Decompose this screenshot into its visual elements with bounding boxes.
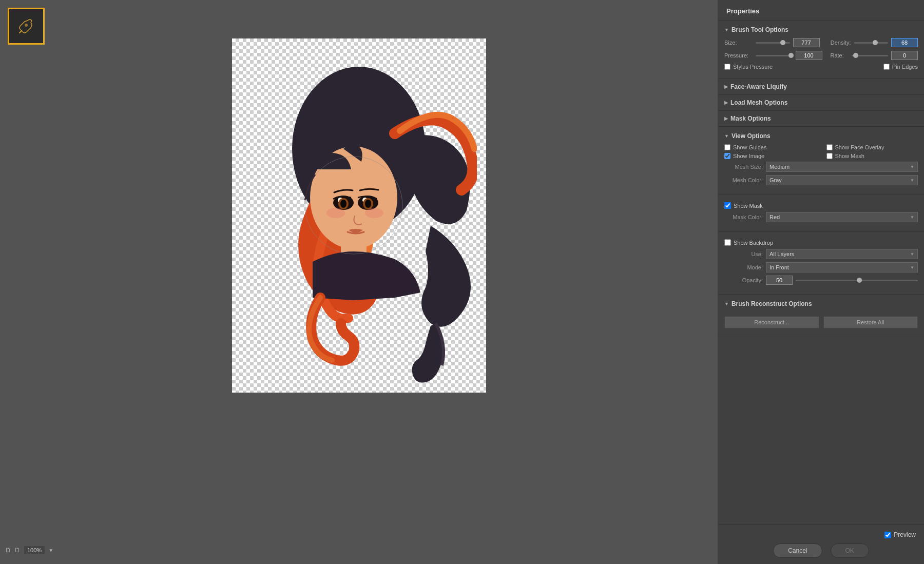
- density-slider-track[interactable]: [854, 42, 889, 44]
- pin-edges-checkbox[interactable]: [883, 64, 890, 70]
- artwork: [232, 38, 486, 393]
- mesh-color-select[interactable]: Red Green Blue Gray White Black: [766, 175, 918, 185]
- reconstruct-button[interactable]: Reconstruct...: [724, 316, 819, 328]
- pressure-slider-track[interactable]: [756, 55, 793, 56]
- properties-panel: Properties ▼ Brush Tool Options Size:: [718, 0, 924, 564]
- use-select[interactable]: All Layers Selected Layer: [766, 249, 918, 259]
- pressure-slider-thumb[interactable]: [788, 53, 794, 58]
- stylus-pressure-label: Stylus Pressure: [733, 64, 773, 70]
- svg-point-15: [365, 208, 383, 218]
- mode-select-wrapper: In Front Behind: [766, 262, 918, 273]
- mask-color-select[interactable]: Red Green Blue Gray White Black: [766, 212, 918, 222]
- svg-point-13: [365, 200, 371, 208]
- doc-icon-1: 🗋: [5, 547, 11, 554]
- brush-tool-expand-icon: ▼: [724, 27, 729, 32]
- canvas-area: 🗋 🗋 100% ▼: [0, 0, 718, 564]
- brush-tool-options-label: Brush Tool Options: [732, 26, 788, 33]
- mode-row: Mode: In Front Behind: [724, 262, 918, 273]
- brush-tool-options-header[interactable]: ▼ Brush Tool Options: [724, 25, 918, 35]
- show-face-overlay-label: Show Face Overlay: [835, 144, 884, 150]
- mesh-size-select[interactable]: Small Medium Large: [766, 162, 918, 172]
- show-mask-checkbox[interactable]: [724, 202, 731, 209]
- tool-icon[interactable]: [8, 8, 45, 45]
- pressure-label: Pressure:: [724, 52, 753, 59]
- mask-color-row: Mask Color: Red Green Blue Gray White Bl…: [724, 212, 918, 222]
- mask-options-expand-icon: ▶: [724, 116, 728, 121]
- mesh-color-label: Mesh Color:: [724, 177, 763, 183]
- mesh-size-row: Mesh Size: Small Medium Large: [724, 162, 918, 172]
- brush-reconstruct-header[interactable]: ▼ Brush Reconstruct Options: [724, 299, 918, 309]
- canvas-wrapper: [232, 38, 486, 393]
- size-label: Size:: [724, 40, 753, 46]
- preview-checkbox[interactable]: [884, 532, 891, 538]
- show-image-checkbox[interactable]: [724, 153, 730, 159]
- mesh-color-select-wrapper: Red Green Blue Gray White Black: [766, 175, 918, 185]
- show-mask-section: Show Mask Mask Color: Red Green Blue Gra…: [718, 195, 924, 232]
- show-guides-label: Show Guides: [733, 144, 766, 150]
- load-mesh-header[interactable]: ▶ Load Mesh Options: [724, 99, 918, 106]
- view-options-expand-icon: ▼: [724, 133, 729, 139]
- face-aware-header[interactable]: ▶ Face-Aware Liquify: [724, 83, 918, 90]
- zoom-display[interactable]: 100%: [24, 546, 45, 555]
- guides-faceoverlay-row: Show Guides Show Face Overlay: [724, 144, 918, 150]
- opacity-row: Opacity:: [724, 276, 918, 285]
- brush-tool-options-section: ▼ Brush Tool Options Size: Density:: [718, 21, 924, 79]
- mask-color-select-wrapper: Red Green Blue Gray White Black: [766, 212, 918, 222]
- view-options-header[interactable]: ▼ View Options: [724, 131, 918, 141]
- face-aware-label: Face-Aware Liquify: [730, 83, 787, 90]
- show-guides-checkbox[interactable]: [724, 144, 730, 150]
- show-backdrop-row: Show Backdrop: [724, 239, 918, 246]
- main-layout: 🗋 🗋 100% ▼ Properties ▼ Brush Tool Optio…: [0, 0, 924, 564]
- opacity-slider-thumb[interactable]: [857, 278, 862, 283]
- stylus-pressure-checkbox[interactable]: [724, 64, 730, 70]
- bottom-bar: 🗋 🗋 100% ▼: [5, 546, 53, 555]
- ok-button[interactable]: OK: [831, 543, 869, 558]
- pressure-input[interactable]: [796, 51, 822, 60]
- svg-point-12: [340, 200, 346, 208]
- opacity-slider-track[interactable]: [796, 280, 918, 281]
- mesh-color-row: Mesh Color: Red Green Blue Gray White Bl…: [724, 175, 918, 185]
- svg-point-0: [25, 24, 28, 27]
- load-mesh-section: ▶ Load Mesh Options: [718, 95, 924, 111]
- show-image-label: Show Image: [733, 153, 764, 159]
- show-guides-row: Show Guides: [724, 144, 816, 150]
- rate-slider-thumb[interactable]: [853, 53, 858, 58]
- mesh-size-label: Mesh Size:: [724, 164, 763, 170]
- size-slider-track[interactable]: [756, 42, 790, 44]
- size-input[interactable]: [793, 38, 820, 47]
- pin-edges-label: Pin Edges: [892, 64, 918, 70]
- load-mesh-label: Load Mesh Options: [730, 99, 787, 106]
- image-mesh-row: Show Image Show Mesh: [724, 153, 918, 159]
- mode-select[interactable]: In Front Behind: [766, 262, 918, 273]
- brush-tool-options-body: Size: Density: Pressure:: [724, 35, 918, 74]
- rate-input[interactable]: [891, 51, 918, 60]
- stylus-pressure-checkbox-row: Stylus Pressure: [724, 64, 816, 70]
- show-face-overlay-checkbox[interactable]: [826, 144, 833, 150]
- pin-edges-checkbox-row: Pin Edges: [826, 64, 918, 70]
- view-options-section: ▼ View Options Show Guides Show Face Ove…: [718, 127, 924, 195]
- show-mask-body: Show Mask Mask Color: Red Green Blue Gra…: [724, 199, 918, 227]
- rate-slider-track[interactable]: [852, 55, 889, 56]
- show-backdrop-body: Show Backdrop Use: All Layers Selected L…: [724, 236, 918, 290]
- mask-options-label: Mask Options: [730, 115, 771, 122]
- preview-label: Preview: [894, 531, 916, 538]
- zoom-dropdown-arrow[interactable]: ▼: [48, 548, 53, 553]
- mask-options-header[interactable]: ▶ Mask Options: [724, 115, 918, 122]
- svg-point-14: [326, 208, 345, 218]
- cancel-button[interactable]: Cancel: [773, 543, 822, 558]
- restore-all-button[interactable]: Restore All: [823, 316, 918, 328]
- opacity-input[interactable]: [766, 276, 793, 285]
- show-image-row: Show Image: [724, 153, 816, 159]
- brush-reconstruct-section: ▼ Brush Reconstruct Options Reconstruct.…: [718, 295, 924, 335]
- use-label: Use:: [724, 251, 763, 257]
- use-row: Use: All Layers Selected Layer: [724, 249, 918, 259]
- show-mesh-checkbox[interactable]: [826, 153, 833, 159]
- show-backdrop-checkbox[interactable]: [724, 239, 731, 246]
- density-input[interactable]: [891, 38, 918, 47]
- face-aware-section: ▶ Face-Aware Liquify: [718, 79, 924, 95]
- density-slider-thumb[interactable]: [873, 40, 878, 45]
- rate-label: Rate:: [831, 52, 849, 59]
- view-options-label: View Options: [732, 132, 771, 140]
- brush-reconstruct-body: Reconstruct... Restore All: [724, 309, 918, 330]
- size-slider-thumb[interactable]: [780, 40, 785, 45]
